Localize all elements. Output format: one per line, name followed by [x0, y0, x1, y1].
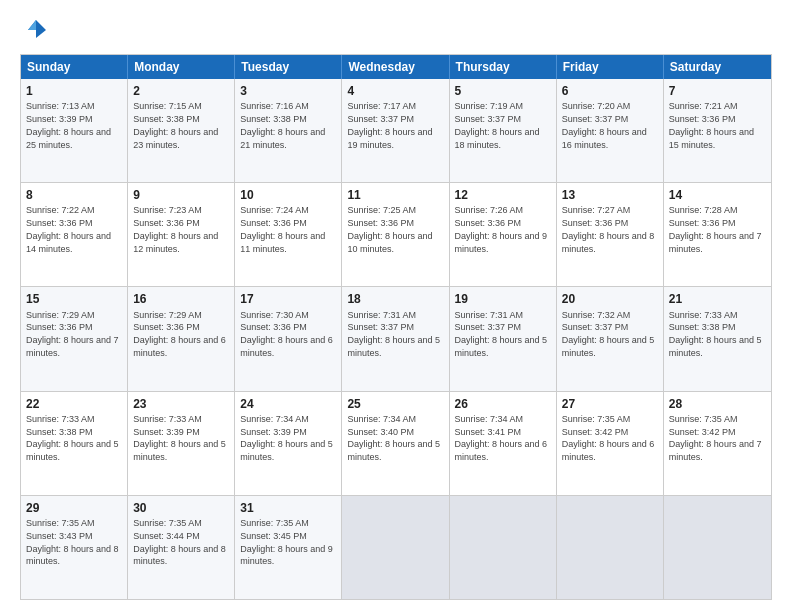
cell-info: Sunrise: 7:35 AMSunset: 3:44 PMDaylight:…: [133, 518, 226, 566]
calendar-cell-7: 7Sunrise: 7:21 AMSunset: 3:36 PMDaylight…: [664, 79, 771, 182]
day-number: 4: [347, 83, 443, 99]
calendar-row-5: 29Sunrise: 7:35 AMSunset: 3:43 PMDayligh…: [21, 495, 771, 599]
day-number: 22: [26, 396, 122, 412]
calendar-cell-26: 26Sunrise: 7:34 AMSunset: 3:41 PMDayligh…: [450, 392, 557, 495]
day-number: 11: [347, 187, 443, 203]
calendar-cell-20: 20Sunrise: 7:32 AMSunset: 3:37 PMDayligh…: [557, 287, 664, 390]
calendar-cell-25: 25Sunrise: 7:34 AMSunset: 3:40 PMDayligh…: [342, 392, 449, 495]
calendar-cell-1: 1Sunrise: 7:13 AMSunset: 3:39 PMDaylight…: [21, 79, 128, 182]
day-number: 2: [133, 83, 229, 99]
calendar-cell-17: 17Sunrise: 7:30 AMSunset: 3:36 PMDayligh…: [235, 287, 342, 390]
calendar-cell-24: 24Sunrise: 7:34 AMSunset: 3:39 PMDayligh…: [235, 392, 342, 495]
cell-info: Sunrise: 7:28 AMSunset: 3:36 PMDaylight:…: [669, 205, 762, 253]
calendar-row-4: 22Sunrise: 7:33 AMSunset: 3:38 PMDayligh…: [21, 391, 771, 495]
calendar-cell-13: 13Sunrise: 7:27 AMSunset: 3:36 PMDayligh…: [557, 183, 664, 286]
day-number: 23: [133, 396, 229, 412]
day-number: 25: [347, 396, 443, 412]
calendar-cell-3: 3Sunrise: 7:16 AMSunset: 3:38 PMDaylight…: [235, 79, 342, 182]
weekday-header-thursday: Thursday: [450, 55, 557, 79]
cell-info: Sunrise: 7:29 AMSunset: 3:36 PMDaylight:…: [133, 310, 226, 358]
cell-info: Sunrise: 7:22 AMSunset: 3:36 PMDaylight:…: [26, 205, 111, 253]
cell-info: Sunrise: 7:34 AMSunset: 3:39 PMDaylight:…: [240, 414, 333, 462]
day-number: 10: [240, 187, 336, 203]
calendar-cell-empty: [557, 496, 664, 599]
calendar-cell-21: 21Sunrise: 7:33 AMSunset: 3:38 PMDayligh…: [664, 287, 771, 390]
cell-info: Sunrise: 7:35 AMSunset: 3:45 PMDaylight:…: [240, 518, 333, 566]
day-number: 16: [133, 291, 229, 307]
day-number: 17: [240, 291, 336, 307]
cell-info: Sunrise: 7:16 AMSunset: 3:38 PMDaylight:…: [240, 101, 325, 149]
cell-info: Sunrise: 7:32 AMSunset: 3:37 PMDaylight:…: [562, 310, 655, 358]
day-number: 1: [26, 83, 122, 99]
weekday-header-tuesday: Tuesday: [235, 55, 342, 79]
day-number: 7: [669, 83, 766, 99]
weekday-header-sunday: Sunday: [21, 55, 128, 79]
cell-info: Sunrise: 7:33 AMSunset: 3:38 PMDaylight:…: [669, 310, 762, 358]
cell-info: Sunrise: 7:33 AMSunset: 3:39 PMDaylight:…: [133, 414, 226, 462]
day-number: 27: [562, 396, 658, 412]
weekday-header-wednesday: Wednesday: [342, 55, 449, 79]
cell-info: Sunrise: 7:35 AMSunset: 3:42 PMDaylight:…: [562, 414, 655, 462]
cell-info: Sunrise: 7:23 AMSunset: 3:36 PMDaylight:…: [133, 205, 218, 253]
calendar-body: 1Sunrise: 7:13 AMSunset: 3:39 PMDaylight…: [21, 79, 771, 599]
day-number: 31: [240, 500, 336, 516]
calendar-cell-empty: [450, 496, 557, 599]
calendar-cell-23: 23Sunrise: 7:33 AMSunset: 3:39 PMDayligh…: [128, 392, 235, 495]
calendar-cell-15: 15Sunrise: 7:29 AMSunset: 3:36 PMDayligh…: [21, 287, 128, 390]
cell-info: Sunrise: 7:26 AMSunset: 3:36 PMDaylight:…: [455, 205, 548, 253]
day-number: 15: [26, 291, 122, 307]
calendar-cell-28: 28Sunrise: 7:35 AMSunset: 3:42 PMDayligh…: [664, 392, 771, 495]
calendar-cell-12: 12Sunrise: 7:26 AMSunset: 3:36 PMDayligh…: [450, 183, 557, 286]
weekday-header-monday: Monday: [128, 55, 235, 79]
calendar-cell-29: 29Sunrise: 7:35 AMSunset: 3:43 PMDayligh…: [21, 496, 128, 599]
calendar-cell-30: 30Sunrise: 7:35 AMSunset: 3:44 PMDayligh…: [128, 496, 235, 599]
calendar-cell-11: 11Sunrise: 7:25 AMSunset: 3:36 PMDayligh…: [342, 183, 449, 286]
calendar-cell-19: 19Sunrise: 7:31 AMSunset: 3:37 PMDayligh…: [450, 287, 557, 390]
day-number: 3: [240, 83, 336, 99]
logo: [20, 16, 50, 44]
calendar-cell-14: 14Sunrise: 7:28 AMSunset: 3:36 PMDayligh…: [664, 183, 771, 286]
cell-info: Sunrise: 7:33 AMSunset: 3:38 PMDaylight:…: [26, 414, 119, 462]
cell-info: Sunrise: 7:20 AMSunset: 3:37 PMDaylight:…: [562, 101, 647, 149]
calendar-cell-18: 18Sunrise: 7:31 AMSunset: 3:37 PMDayligh…: [342, 287, 449, 390]
calendar-cell-22: 22Sunrise: 7:33 AMSunset: 3:38 PMDayligh…: [21, 392, 128, 495]
logo-icon: [22, 16, 50, 44]
calendar-row-3: 15Sunrise: 7:29 AMSunset: 3:36 PMDayligh…: [21, 286, 771, 390]
calendar: SundayMondayTuesdayWednesdayThursdayFrid…: [20, 54, 772, 600]
cell-info: Sunrise: 7:19 AMSunset: 3:37 PMDaylight:…: [455, 101, 540, 149]
calendar-cell-6: 6Sunrise: 7:20 AMSunset: 3:37 PMDaylight…: [557, 79, 664, 182]
day-number: 29: [26, 500, 122, 516]
calendar-cell-10: 10Sunrise: 7:24 AMSunset: 3:36 PMDayligh…: [235, 183, 342, 286]
calendar-row-1: 1Sunrise: 7:13 AMSunset: 3:39 PMDaylight…: [21, 79, 771, 182]
calendar-cell-16: 16Sunrise: 7:29 AMSunset: 3:36 PMDayligh…: [128, 287, 235, 390]
cell-info: Sunrise: 7:24 AMSunset: 3:36 PMDaylight:…: [240, 205, 325, 253]
day-number: 28: [669, 396, 766, 412]
cell-info: Sunrise: 7:34 AMSunset: 3:41 PMDaylight:…: [455, 414, 548, 462]
weekday-header-friday: Friday: [557, 55, 664, 79]
day-number: 21: [669, 291, 766, 307]
day-number: 19: [455, 291, 551, 307]
calendar-row-2: 8Sunrise: 7:22 AMSunset: 3:36 PMDaylight…: [21, 182, 771, 286]
page: SundayMondayTuesdayWednesdayThursdayFrid…: [0, 0, 792, 612]
cell-info: Sunrise: 7:25 AMSunset: 3:36 PMDaylight:…: [347, 205, 432, 253]
calendar-cell-empty: [664, 496, 771, 599]
day-number: 9: [133, 187, 229, 203]
calendar-cell-9: 9Sunrise: 7:23 AMSunset: 3:36 PMDaylight…: [128, 183, 235, 286]
day-number: 12: [455, 187, 551, 203]
calendar-cell-2: 2Sunrise: 7:15 AMSunset: 3:38 PMDaylight…: [128, 79, 235, 182]
cell-info: Sunrise: 7:31 AMSunset: 3:37 PMDaylight:…: [347, 310, 440, 358]
day-number: 5: [455, 83, 551, 99]
day-number: 13: [562, 187, 658, 203]
cell-info: Sunrise: 7:29 AMSunset: 3:36 PMDaylight:…: [26, 310, 119, 358]
day-number: 14: [669, 187, 766, 203]
calendar-cell-4: 4Sunrise: 7:17 AMSunset: 3:37 PMDaylight…: [342, 79, 449, 182]
calendar-cell-31: 31Sunrise: 7:35 AMSunset: 3:45 PMDayligh…: [235, 496, 342, 599]
cell-info: Sunrise: 7:30 AMSunset: 3:36 PMDaylight:…: [240, 310, 333, 358]
cell-info: Sunrise: 7:13 AMSunset: 3:39 PMDaylight:…: [26, 101, 111, 149]
day-number: 26: [455, 396, 551, 412]
cell-info: Sunrise: 7:31 AMSunset: 3:37 PMDaylight:…: [455, 310, 548, 358]
calendar-header: SundayMondayTuesdayWednesdayThursdayFrid…: [21, 55, 771, 79]
cell-info: Sunrise: 7:21 AMSunset: 3:36 PMDaylight:…: [669, 101, 754, 149]
calendar-cell-5: 5Sunrise: 7:19 AMSunset: 3:37 PMDaylight…: [450, 79, 557, 182]
cell-info: Sunrise: 7:35 AMSunset: 3:43 PMDaylight:…: [26, 518, 119, 566]
